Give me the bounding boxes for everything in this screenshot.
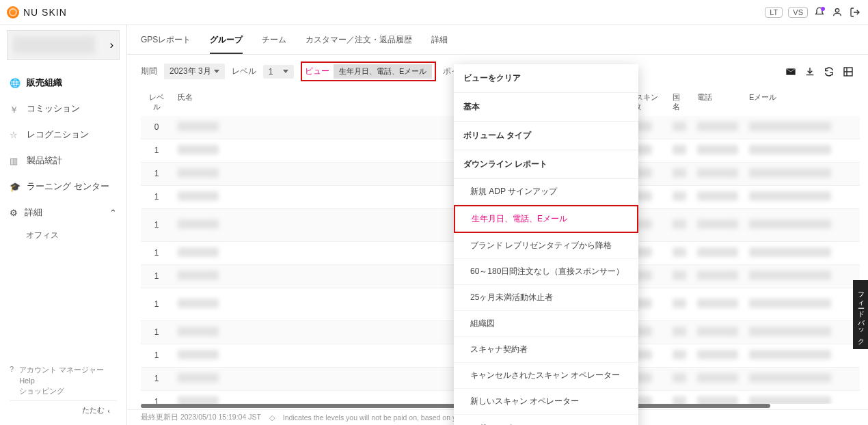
feedback-tab[interactable]: フィードバック [853,280,868,349]
globe-icon: 🌐 [10,78,20,88]
view-value: 生年月日、電話、Eメール [334,64,432,79]
view-label: ビュー [305,66,329,77]
acct-mgr[interactable]: アカウント マネージャー [19,365,104,375]
dd-item[interactable]: 25ヶ月未満活動休止者 [454,285,638,311]
period-label: 期間 [141,66,157,77]
star-icon: ☆ [10,130,20,140]
exit-icon[interactable] [849,6,861,18]
th-level[interactable]: レベル [141,88,172,116]
user-icon[interactable] [831,6,843,18]
chevron-left-icon: ‹ [107,407,110,415]
level-label: レベル [232,66,256,77]
sidebar-label: コミッション [27,102,80,115]
view-dropdown: ビューをクリア 基本 ボリューム タイプ ダウンライン レポート 新規 ADP … [454,64,638,425]
period-value: 2023年 3月 [169,66,211,77]
dd-volume[interactable]: ボリューム タイプ [454,122,638,150]
shopping-link[interactable]: ショッピング [19,386,104,396]
help-link[interactable]: Help [19,376,104,385]
caret-down-icon [283,70,288,73]
dd-item[interactable]: 新規 ADP サインアップ [454,179,638,205]
view-selector[interactable]: ビュー 生年月日、電話、Eメール [301,61,436,81]
caret-down-icon [214,70,219,73]
tab-customer[interactable]: カスタマー／注文・返品履歴 [306,34,412,54]
dd-item[interactable]: ブランド レプリゼンタティブから降格 [454,233,638,259]
sidebar: › 🌐販売組織 ￥コミッション ☆レコグニション ▥製品統計 🎓ラーニング セン… [0,25,127,425]
sidebar-label: 販売組織 [27,77,62,89]
collapse-sidebar[interactable]: たたむ‹ [10,400,117,415]
dd-clear[interactable]: ビューをクリア [454,64,638,93]
period-select[interactable]: 2023年 3月 [164,64,225,79]
dd-item[interactable]: 新しいスキャン オペレーター [454,389,638,415]
tab-detail[interactable]: 詳細 [431,34,448,54]
refresh-icon[interactable] [823,66,835,78]
last-updated: 最終更新日 2023/05/10 15:19:04 JST [141,413,261,422]
user-card[interactable]: › [7,30,120,60]
sidebar-item-learning[interactable]: 🎓ラーニング センター [0,174,126,200]
tab-team[interactable]: チーム [262,34,286,54]
fullscreen-icon[interactable] [842,66,854,78]
dd-item[interactable]: キャンセルされたスキャン オペレーター [454,363,638,389]
dd-item[interactable]: 60～180日間注文なし（直接スポンサー） [454,259,638,285]
tool-icons [785,66,854,78]
yen-icon: ￥ [10,104,20,114]
sidebar-item-detail[interactable]: ⚙詳細⌃ [0,200,126,225]
level-select[interactable]: 1 [263,65,294,79]
svg-point-0 [835,8,839,12]
dd-other[interactable]: その他のレポート [454,415,638,425]
chart-icon: ▥ [10,156,20,166]
user-name-blur [13,36,95,54]
download-icon[interactable] [804,66,816,78]
brand: NU SKIN [7,6,67,18]
topbar: NU SKIN LT VS [0,0,868,25]
collapse-label: たたむ [82,405,105,415]
topbar-right: LT VS [765,6,861,18]
gear-icon: ⚙ [10,208,18,218]
dd-item[interactable]: 組織図 [454,311,638,337]
sidebar-label: 製品統計 [27,154,62,167]
tab-group[interactable]: グループ [210,34,243,54]
th-name[interactable]: 氏名 [172,88,247,116]
main: GPSレポート グループ チーム カスタマー／注文・返品履歴 詳細 期間 202… [127,25,868,425]
level-value: 1 [269,67,273,77]
dd-item[interactable]: 生年月日、電話、Eメール [454,205,638,233]
th-email[interactable]: Eメール [744,88,860,116]
sidebar-label: 詳細 [25,206,42,219]
chevron-right-icon: › [110,39,113,51]
locale-pill-vs[interactable]: VS [788,7,808,18]
sidebar-item-products[interactable]: ▥製品統計 [0,148,126,174]
sidebar-label: ラーニング センター [27,180,109,193]
sidebar-item-sales-org[interactable]: 🌐販売組織 [0,70,126,96]
brand-text: NU SKIN [23,7,67,18]
diamond-icon: ◇ [269,413,275,422]
grad-icon: 🎓 [10,182,20,192]
sidebar-item-recognition[interactable]: ☆レコグニション [0,122,126,148]
tabs: GPSレポート グループ チーム カスタマー／注文・返品履歴 詳細 [127,25,868,55]
locale-pill-lt[interactable]: LT [765,7,783,18]
dd-item[interactable]: スキャナ契約者 [454,337,638,363]
th-country[interactable]: 国名 [667,88,692,116]
dd-downline[interactable]: ダウンライン レポート [454,150,638,179]
th-phone[interactable]: 電話 [692,88,744,116]
sidebar-sub-office[interactable]: オフィス [0,225,126,245]
dd-basic[interactable]: 基本 [454,93,638,122]
bell-icon[interactable] [813,6,826,18]
sidebar-item-commission[interactable]: ￥コミッション [0,96,126,122]
mail-icon[interactable] [785,66,797,78]
sidebar-footer: ?アカウント マネージャーHelpショッピング たたむ‹ [0,359,126,425]
chevron-up-icon: ⌃ [109,208,117,218]
sidebar-label: レコグニション [27,128,89,141]
tab-gps[interactable]: GPSレポート [141,34,191,54]
brand-logo-icon [7,6,19,18]
help-icon: ? [10,365,14,373]
